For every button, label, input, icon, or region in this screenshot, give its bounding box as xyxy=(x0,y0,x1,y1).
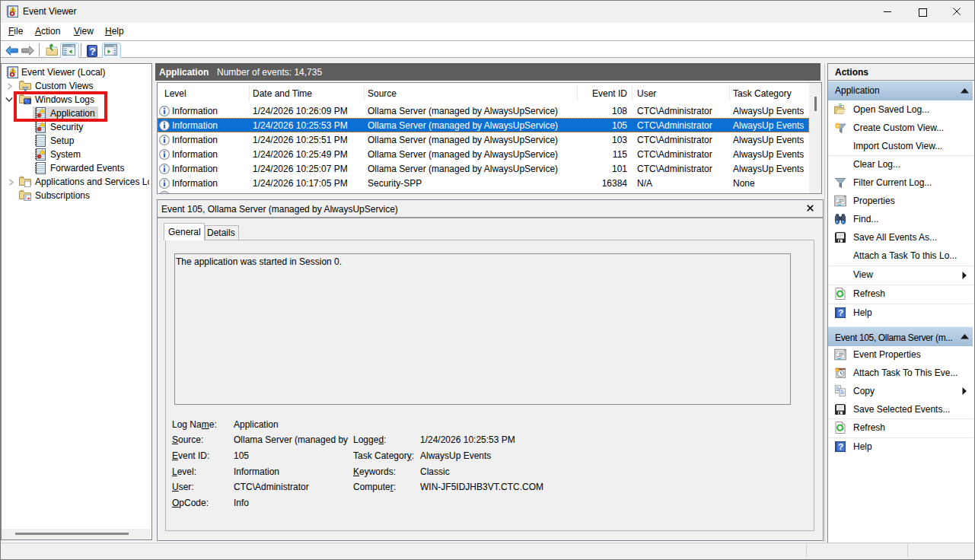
svg-text:?: ? xyxy=(90,46,96,57)
